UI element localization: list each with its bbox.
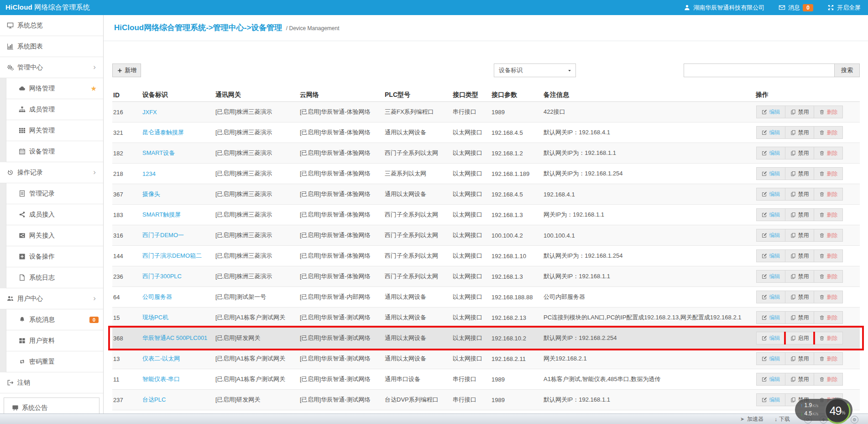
sidebar-item-password-reset[interactable]: 密码重置 › ★	[0, 351, 103, 372]
copy-icon	[790, 315, 796, 321]
delete-button[interactable]: 删除	[814, 373, 843, 386]
sidebar-item-member-management[interactable]: 成员管理 › ★	[0, 99, 103, 120]
add-button-label: 新增	[125, 66, 136, 74]
row-actions: 编辑 禁用 删除	[755, 188, 860, 201]
search-input[interactable]	[684, 64, 834, 77]
sidebar: 系统总览 › ★ 系统图表 › ★ 管理中心 › ★ 网络管理 › ★ 成员管理…	[0, 15, 104, 424]
edit-button[interactable]: 编辑	[756, 249, 785, 262]
delete-button[interactable]: 删除	[814, 270, 843, 283]
sidebar-item-device-management[interactable]: 设备管理 › ★	[0, 141, 103, 162]
device-name-link[interactable]: 昆仑通泰触摸屏	[142, 129, 184, 136]
delete-button[interactable]: 删除	[814, 229, 843, 242]
sidebar-item-system-overview[interactable]: 系统总览 › ★	[0, 15, 103, 36]
device-name-link[interactable]: 西门子DEMO一	[142, 232, 184, 238]
disable-button[interactable]: 禁用	[785, 147, 814, 159]
delete-button[interactable]: 删除	[814, 249, 843, 262]
col-remark: 备注信息	[543, 91, 755, 99]
disable-button[interactable]: 禁用	[785, 188, 814, 201]
sidebar-item-gateway-access[interactable]: 网关接入 › ★	[0, 225, 103, 246]
delete-button[interactable]: 删除	[814, 332, 843, 344]
edit-button[interactable]: 编辑	[756, 270, 785, 283]
enable-button[interactable]: 启用	[785, 332, 814, 344]
edit-button[interactable]: 编辑	[756, 352, 785, 365]
device-name-link[interactable]: JXFX	[142, 109, 157, 116]
delete-button[interactable]: 删除	[814, 208, 843, 221]
device-name-link[interactable]: 仪表二-以太网	[142, 355, 180, 362]
edit-button[interactable]: 编辑	[756, 229, 785, 242]
sidebar-item-system-charts[interactable]: 系统图表 › ★	[0, 36, 103, 57]
company-account[interactable]: 湖南华辰智通科技有限公司	[683, 4, 764, 12]
sidebar-item-network-management[interactable]: 网络管理 › ★	[0, 78, 103, 99]
disable-button[interactable]: 禁用	[785, 167, 814, 180]
company-name: 湖南华辰智通科技有限公司	[693, 4, 764, 12]
sidebar-item-logout[interactable]: 注销 › ★	[0, 372, 103, 393]
cell-plc-model: 通用以太网设备	[384, 293, 452, 301]
disable-button[interactable]: 禁用	[785, 291, 814, 303]
delete-button[interactable]: 删除	[814, 106, 843, 118]
disable-button[interactable]: 禁用	[785, 373, 814, 386]
device-name-link[interactable]: 西门子300PLC	[142, 273, 182, 280]
filter-dropdown[interactable]: 设备标识	[494, 64, 576, 77]
device-name-link[interactable]: 现场PC机	[142, 314, 168, 321]
edit-button[interactable]: 编辑	[756, 291, 785, 303]
device-name-link[interactable]: SMART设备	[142, 149, 175, 156]
disable-button[interactable]: 禁用	[785, 249, 814, 262]
sidebar-item-system-messages[interactable]: 系统消息 › ★ 0	[0, 309, 103, 330]
sidebar-item-gateway-management[interactable]: 网关管理 › ★	[0, 120, 103, 141]
table-row: 15 现场PC机 [已启用]A1栋客户测试网关 [已启用]华辰智通-测试网络 通…	[112, 307, 860, 328]
delete-button[interactable]: 删除	[814, 126, 843, 139]
signout-icon	[6, 379, 14, 387]
disable-button[interactable]: 禁用	[785, 311, 814, 324]
delete-button[interactable]: 删除	[814, 311, 843, 324]
edit-button[interactable]: 编辑	[756, 208, 785, 221]
edit-button[interactable]: 编辑	[756, 106, 785, 118]
edit-button[interactable]: 编辑	[756, 311, 785, 324]
device-name-link[interactable]: 台达PLC	[142, 396, 166, 403]
edit-button[interactable]: 编辑	[756, 167, 785, 180]
delete-button[interactable]: 删除	[814, 188, 843, 201]
delete-button[interactable]: 删除	[814, 291, 843, 303]
edit-button[interactable]: 编辑	[756, 147, 785, 159]
download-button[interactable]: ↓ 下载	[774, 415, 790, 423]
sidebar-item-system-logs[interactable]: 系统日志 › ★	[0, 267, 103, 288]
edit-button[interactable]: 编辑	[756, 373, 785, 386]
device-name-link[interactable]: 智能仪表-串口	[142, 376, 180, 382]
sidebar-item-member-access[interactable]: 成员接入 › ★	[0, 204, 103, 225]
delete-button[interactable]: 删除	[814, 147, 843, 159]
device-name-link[interactable]: 西门子演示DEMO箱二	[142, 252, 202, 259]
device-name-link[interactable]: 华辰智通AC 500PLC001	[142, 334, 207, 341]
accelerator-button[interactable]: ➤ 加速器	[739, 415, 763, 423]
messages-button[interactable]: 消息 0	[778, 4, 813, 12]
add-button[interactable]: 新增	[112, 64, 141, 77]
sidebar-item-user-profile[interactable]: 用户资料 › ★	[0, 330, 103, 351]
device-name-link[interactable]: SMART触摸屏	[142, 211, 181, 218]
disable-button[interactable]: 禁用	[785, 208, 814, 221]
edit-button[interactable]: 编辑	[756, 332, 785, 344]
row-actions: 编辑 禁用 删除	[755, 208, 860, 221]
sidebar-item-device-operation[interactable]: 设备操作 › ★	[0, 246, 103, 267]
toolbar: 新增 设备标识 搜索	[104, 64, 868, 77]
device-name-link[interactable]: 公司服务器	[142, 293, 172, 300]
edit-button[interactable]: 编辑	[756, 126, 785, 139]
fullscreen-button[interactable]: 开启全屏	[827, 4, 861, 12]
search-button[interactable]: 搜索	[834, 64, 860, 77]
cell-id: 64	[112, 294, 141, 301]
sidebar-item-user-center[interactable]: 用户中心 › ★	[0, 288, 103, 309]
edit-button[interactable]: 编辑	[756, 188, 785, 201]
sidebar-item-management-records[interactable]: 管理记录 › ★	[0, 183, 103, 204]
cell-remark: 100.100.4.1	[543, 232, 755, 239]
sidebar-item-management-center[interactable]: 管理中心 › ★	[0, 57, 103, 78]
cell-id: 15	[112, 314, 141, 321]
edit-button[interactable]: 编辑	[756, 393, 785, 406]
delete-button[interactable]: 删除	[814, 352, 843, 365]
disable-button[interactable]: 禁用	[785, 229, 814, 242]
device-name-link[interactable]: 摄像头	[142, 191, 160, 197]
sidebar-item-operation-records[interactable]: 操作记录 › ★	[0, 162, 103, 183]
disable-button[interactable]: 禁用	[785, 126, 814, 139]
device-name-link[interactable]: 1234	[142, 170, 156, 177]
disable-button[interactable]: 禁用	[785, 106, 814, 118]
network-speed-widget[interactable]: ↑ 1.9 K/s ↓ 4.5 K/s 49 %	[795, 397, 855, 424]
disable-button[interactable]: 禁用	[785, 352, 814, 365]
delete-button[interactable]: 删除	[814, 167, 843, 180]
disable-button[interactable]: 禁用	[785, 270, 814, 283]
